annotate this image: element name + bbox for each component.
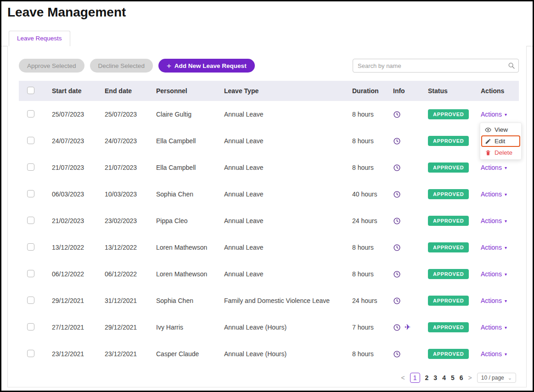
actions-label: Actions <box>481 324 502 331</box>
actions-label: Actions <box>481 297 502 304</box>
pencil-icon <box>485 138 491 145</box>
actions-dropdown-trigger[interactable]: Actions ▾ <box>481 297 507 304</box>
actions-dropdown-trigger[interactable]: Actions ▾ <box>481 190 507 198</box>
status-cell: APPROVED <box>428 189 481 199</box>
status-cell: APPROVED <box>428 269 481 279</box>
page-button-4[interactable]: 4 <box>442 374 446 381</box>
row-checkbox[interactable] <box>27 323 34 330</box>
duration-cell: 8 hours <box>352 350 393 358</box>
clock-icon[interactable] <box>393 190 401 198</box>
end-date-cell: 25/07/2023 <box>105 111 156 118</box>
actions-cell: Actions ▾ <box>481 164 519 171</box>
status-badge: APPROVED <box>428 349 469 359</box>
clock-icon[interactable] <box>393 111 401 118</box>
table-row: 25/07/2023 25/07/2023 Claire Gultig Annu… <box>19 101 519 128</box>
status-badge: APPROVED <box>428 189 469 199</box>
column-header-start-date: Start date <box>52 87 105 95</box>
table-body: 25/07/2023 25/07/2023 Claire Gultig Annu… <box>19 101 519 367</box>
page-button-2[interactable]: 2 <box>425 374 429 381</box>
add-leave-request-button[interactable]: + Add New Leave Request <box>158 59 255 73</box>
table-row: 06/12/2022 06/12/2022 Loren Mathewson An… <box>19 261 519 287</box>
info-cell <box>393 244 428 252</box>
toolbar: Approve Selected Decline Selected + Add … <box>19 59 519 73</box>
info-cell <box>393 297 428 305</box>
chevron-down-icon: ⌄ <box>508 375 512 381</box>
clock-icon[interactable] <box>393 244 401 252</box>
search-input[interactable] <box>353 59 519 73</box>
page-numbers: 123456 <box>410 373 463 383</box>
actions-label: Actions <box>481 244 502 251</box>
select-all-checkbox[interactable] <box>27 87 34 94</box>
clock-icon[interactable] <box>393 217 401 225</box>
clock-icon[interactable] <box>393 137 401 145</box>
row-checkbox[interactable] <box>27 217 34 224</box>
status-cell: APPROVED <box>428 296 481 306</box>
page-button-6[interactable]: 6 <box>460 374 463 381</box>
info-cell <box>393 190 428 198</box>
row-checkbox[interactable] <box>27 190 34 197</box>
add-leave-request-label: Add New Leave Request <box>174 62 247 69</box>
clock-icon[interactable] <box>393 297 401 305</box>
row-checkbox[interactable] <box>27 243 34 251</box>
approve-selected-button[interactable]: Approve Selected <box>19 59 84 73</box>
actions-dropdown-trigger[interactable]: Actions ▾ <box>481 270 507 278</box>
info-cell <box>393 111 428 118</box>
personnel-cell: Casper Claude <box>156 350 224 358</box>
row-checkbox[interactable] <box>27 297 34 304</box>
page-size-select[interactable]: 10 / page ⌄ <box>477 373 516 383</box>
start-date-cell: 24/07/2023 <box>52 137 105 145</box>
end-date-cell: 06/12/2022 <box>105 270 156 278</box>
actions-label: Actions <box>481 164 502 171</box>
table-row: 27/12/2021 29/12/2021 Ivy Harris Annual … <box>19 314 519 341</box>
actions-cell: Actions ▾ <box>481 111 519 118</box>
table-row: 13/12/2022 13/12/2022 Loren Mathewson An… <box>19 234 519 261</box>
clock-icon[interactable] <box>393 270 401 278</box>
personnel-cell: Ella Campbell <box>156 137 224 145</box>
personnel-cell: Loren Mathewson <box>156 244 224 251</box>
prev-page-button[interactable]: < <box>401 374 405 381</box>
start-date-cell: 23/12/2021 <box>52 350 105 358</box>
clock-icon[interactable] <box>393 324 401 331</box>
personnel-cell: Claire Gultig <box>156 111 224 118</box>
leave-type-cell: Annual Leave <box>224 190 352 198</box>
page-button-5[interactable]: 5 <box>451 374 455 381</box>
tab-leave-requests[interactable]: Leave Requests <box>9 31 70 46</box>
actions-dropdown-trigger[interactable]: Actions ▾ <box>481 111 507 118</box>
actions-dropdown-trigger[interactable]: Actions ▾ <box>481 217 507 224</box>
chevron-down-icon: ▾ <box>505 272 507 277</box>
actions-cell: Actions ▾ <box>481 244 519 251</box>
table-header: Start date End date Personnel Leave Type… <box>19 81 519 101</box>
actions-dropdown-trigger[interactable]: Actions ▾ <box>481 350 507 358</box>
table-row: 23/12/2021 23/12/2021 Casper Claude Annu… <box>19 341 519 367</box>
trash-icon <box>485 150 491 156</box>
menu-item-view[interactable]: View <box>481 124 520 135</box>
page-button-1[interactable]: 1 <box>410 373 420 383</box>
info-cell: ✈ <box>393 324 428 331</box>
actions-dropdown-trigger[interactable]: Actions ▾ <box>481 164 507 171</box>
end-date-cell: 29/12/2021 <box>105 324 156 331</box>
end-date-cell: 21/07/2023 <box>105 164 156 171</box>
plus-icon: + <box>167 62 171 70</box>
airplane-icon: ✈ <box>405 324 410 331</box>
clock-icon[interactable] <box>393 350 401 358</box>
row-checkbox[interactable] <box>27 110 34 118</box>
leave-requests-panel: Approve Selected Decline Selected + Add … <box>7 46 527 387</box>
row-checkbox[interactable] <box>27 270 34 277</box>
clock-icon[interactable] <box>393 164 401 172</box>
actions-dropdown-trigger[interactable]: Actions ▾ <box>481 244 507 251</box>
chevron-down-icon: ▾ <box>505 218 507 224</box>
decline-selected-button[interactable]: Decline Selected <box>90 59 153 73</box>
row-checkbox[interactable] <box>27 163 34 171</box>
duration-cell: 24 hours <box>352 297 393 304</box>
status-cell: APPROVED <box>428 242 481 252</box>
menu-item-delete[interactable]: Delete <box>481 147 520 158</box>
start-date-cell: 13/12/2022 <box>52 244 105 251</box>
actions-dropdown-trigger[interactable]: Actions ▾ <box>481 324 507 331</box>
page-button-3[interactable]: 3 <box>433 374 437 381</box>
row-checkbox[interactable] <box>27 350 34 357</box>
row-checkbox[interactable] <box>27 137 34 144</box>
table-row: 21/02/2023 23/02/2023 Pippa Cleo Annual … <box>19 207 519 234</box>
next-page-button[interactable]: > <box>468 374 472 381</box>
menu-item-edit[interactable]: Edit <box>481 135 520 147</box>
leave-type-cell: Annual Leave <box>224 270 352 278</box>
